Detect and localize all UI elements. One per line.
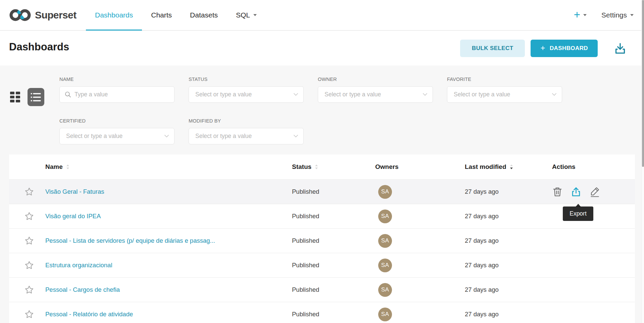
top-navbar: Superset Dashboards Charts Datasets SQL … [0,0,642,31]
favorite-star-icon[interactable] [24,261,34,270]
status-select[interactable]: Select or type a value [189,86,304,103]
bulk-select-button[interactable]: BULK SELECT [460,40,525,57]
nav-tab-charts[interactable]: Charts [142,0,181,30]
filter-owner: OWNER Select or type a value [318,77,433,103]
card-view-toggle[interactable] [10,91,20,102]
avatar[interactable]: SA [378,283,392,297]
search-icon [65,91,71,98]
export-icon [571,186,582,197]
status-text: Published [292,237,375,244]
last-modified-text: 27 days ago [465,262,552,269]
chevron-down-icon [552,93,557,96]
import-dashboards-button[interactable] [613,42,627,55]
plus-icon: + [574,9,580,20]
column-header-last-modified[interactable]: Last modified [465,163,552,171]
view-mode-toggles [10,88,44,106]
new-item-menu[interactable]: + [574,10,587,20]
favorite-select[interactable]: Select or type a value [447,86,562,103]
last-modified-text: 27 days ago [465,286,552,293]
dashboard-link[interactable]: Pessoal - Cargos de chefia [45,286,120,293]
modified-by-select[interactable]: Select or type a value [189,128,304,144]
dashboard-link[interactable]: Visão geral do IPEA [45,213,101,220]
favorite-star-icon[interactable] [24,285,34,294]
settings-menu[interactable]: Settings [601,11,634,19]
avatar[interactable]: SA [378,234,392,248]
status-text: Published [292,213,375,220]
nav-tab-dashboards[interactable]: Dashboards [86,0,142,30]
status-text: Published [292,286,375,293]
last-modified-text: 27 days ago [465,311,552,318]
sort-icon [66,165,69,169]
favorite-star-icon[interactable] [24,236,34,245]
favorite-star-icon[interactable] [24,310,34,319]
table-header-row: Name Status Owners Last modified Actions [9,154,635,180]
table-row: Estrutura organizacional Published SA 27… [9,253,635,278]
table-row: Visão Geral - Faturas Published SA 27 da… [9,180,635,204]
favorite-star-icon[interactable] [24,187,34,196]
main-nav: Dashboards Charts Datasets SQL [86,0,266,30]
column-header-status[interactable]: Status [292,163,375,171]
favorite-star-icon[interactable] [24,212,34,221]
chevron-down-icon [583,14,587,16]
owner-select[interactable]: Select or type a value [318,86,433,103]
superset-logo-icon [9,7,31,24]
export-button[interactable] [571,186,582,197]
filter-bar: NAME STATUS Select or type a value OWNER… [59,77,583,144]
certified-select[interactable]: Select or type a value [59,128,175,144]
filter-label: OWNER [318,77,433,82]
avatar[interactable]: SA [378,308,392,321]
chevron-down-icon [164,135,169,138]
scrollbar-thumb[interactable] [642,0,644,167]
filter-label: NAME [59,77,175,82]
avatar[interactable]: SA [378,259,392,272]
dashboards-table: Name Status Owners Last modified Actions… [9,154,635,323]
chevron-down-icon [423,93,428,96]
last-modified-text: 27 days ago [465,237,552,244]
list-icon [30,92,42,102]
dashboard-link[interactable]: Estrutura organizacional [45,262,112,269]
chevron-down-icon [253,14,257,16]
chevron-down-icon [293,93,298,96]
filter-label: MODIFIED BY [189,118,304,124]
table-row: Pessoal - Cargos de chefia Published SA … [9,278,635,302]
last-modified-text: 27 days ago [465,188,552,195]
export-tooltip: Export [563,206,593,221]
name-search-input[interactable] [75,91,169,98]
filter-favorite: FAVORITE Select or type a value [447,77,562,103]
filter-certified: CERTIFIED Select or type a value [59,118,175,144]
filter-label: STATUS [189,77,304,82]
chevron-down-icon [630,14,634,16]
status-text: Published [292,311,375,318]
dashboard-link[interactable]: Visão Geral - Faturas [45,188,104,195]
edit-button[interactable] [589,186,600,197]
table-row: Pessoal - Lista de servidores (p/ equipe… [9,229,635,253]
column-header-name[interactable]: Name [45,163,292,171]
new-dashboard-button[interactable]: + DASHBOARD [531,40,598,57]
status-text: Published [292,262,375,269]
grid-icon [10,91,20,102]
dashboard-link[interactable]: Pessoal - Lista de servidores (p/ equipe… [45,237,215,244]
brand-name: Superset [35,9,77,21]
nav-tab-sql[interactable]: SQL [227,0,266,30]
page-title: Dashboards [9,41,69,53]
avatar[interactable]: SA [378,210,392,223]
page-header: Dashboards BULK SELECT + DASHBOARD [0,31,642,65]
chevron-down-icon [293,135,298,138]
dashboard-link[interactable]: Pessoal - Relatório de atividade [45,311,133,318]
header-actions: BULK SELECT + DASHBOARD [460,40,627,57]
vertical-scrollbar[interactable] [641,0,644,323]
edit-pencil-icon [589,186,600,197]
status-text: Published [292,188,375,195]
table-row: Pessoal - Relatório de atividade Publish… [9,302,635,323]
table-row: Visão geral do IPEA Published SA 27 days… [9,204,635,229]
avatar[interactable]: SA [378,185,392,199]
column-header-owners: Owners [375,163,465,171]
name-search-field[interactable] [59,86,175,103]
nav-tab-datasets[interactable]: Datasets [181,0,227,30]
navbar-right: + Settings [574,0,634,30]
plus-icon: + [540,43,545,53]
filter-label: FAVORITE [447,77,562,82]
superset-brand[interactable]: Superset [9,0,77,30]
delete-button[interactable] [552,186,563,197]
list-view-toggle[interactable] [28,88,44,106]
